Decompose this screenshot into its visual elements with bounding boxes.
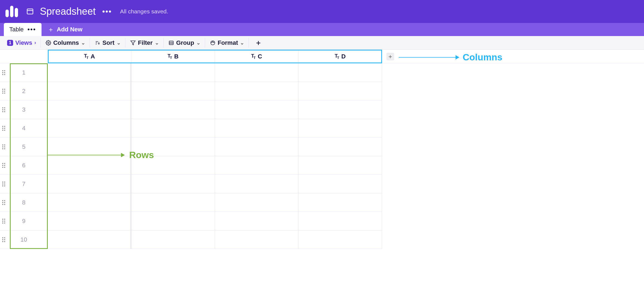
cell[interactable] — [48, 175, 131, 193]
cell[interactable] — [131, 63, 215, 82]
row-header[interactable]: 5 — [0, 138, 48, 156]
palette-icon — [210, 40, 215, 46]
cell[interactable] — [131, 193, 215, 212]
drag-handle-icon[interactable] — [2, 89, 5, 94]
row-header[interactable]: 10 — [0, 230, 48, 249]
chevron-down-icon: ⌄ — [196, 40, 200, 46]
drag-handle-icon[interactable] — [2, 144, 5, 149]
cell[interactable] — [48, 138, 131, 156]
cell[interactable] — [215, 156, 299, 175]
format-button[interactable]: Format ⌄ — [206, 38, 249, 48]
column-header[interactable]: TT B — [131, 50, 215, 63]
cell[interactable] — [48, 63, 131, 82]
chevron-down-icon: ⌄ — [81, 40, 85, 46]
chevron-down-icon: ⌄ — [117, 40, 121, 46]
empty-space — [398, 138, 644, 156]
row-header[interactable]: 6 — [0, 156, 48, 175]
column-header[interactable]: TT C — [215, 50, 299, 63]
toolbar-add-button[interactable]: ＋ — [249, 38, 267, 48]
views-button[interactable]: 1 Views › — [3, 38, 41, 48]
cell[interactable] — [215, 119, 299, 138]
row-header[interactable]: 9 — [0, 212, 48, 230]
add-new-button[interactable]: ＋ Add New — [42, 23, 88, 36]
add-column-cell: ＋ — [382, 50, 398, 63]
sort-button[interactable]: Sort ⌄ — [90, 38, 125, 48]
drag-handle-icon[interactable] — [2, 237, 5, 242]
app-logo — [5, 6, 18, 17]
row-header[interactable]: 2 — [0, 82, 48, 100]
row-number: 3 — [0, 106, 48, 113]
row-header[interactable]: 7 — [0, 175, 48, 193]
cell[interactable] — [48, 193, 131, 212]
cell[interactable] — [131, 100, 215, 119]
cell[interactable] — [299, 63, 382, 82]
row-header[interactable]: 3 — [0, 100, 48, 119]
cell[interactable] — [215, 230, 299, 249]
column-header[interactable]: TT D — [299, 50, 382, 63]
columns-button[interactable]: Columns ⌄ — [41, 38, 90, 48]
sort-icon — [95, 40, 100, 46]
add-column-button[interactable]: ＋ — [386, 53, 394, 60]
cell[interactable] — [215, 100, 299, 119]
drag-handle-icon[interactable] — [2, 126, 5, 131]
cell[interactable] — [299, 119, 382, 138]
cell[interactable] — [48, 212, 131, 230]
empty-space — [398, 156, 644, 175]
cell[interactable] — [215, 63, 299, 82]
cell[interactable] — [299, 230, 382, 249]
cell[interactable] — [48, 100, 131, 119]
page-title[interactable]: Spreadsheet — [40, 6, 96, 17]
column-label: A — [91, 53, 95, 60]
cell[interactable] — [215, 138, 299, 156]
tab-table[interactable]: Table ••• — [4, 23, 42, 36]
cell[interactable] — [215, 193, 299, 212]
cell[interactable] — [131, 82, 215, 100]
column-header[interactable]: TT A — [48, 50, 131, 63]
cell[interactable] — [299, 212, 382, 230]
cell[interactable] — [48, 230, 131, 249]
columns-label: Columns — [53, 39, 79, 46]
drag-handle-icon[interactable] — [2, 107, 5, 112]
drag-handle-icon[interactable] — [2, 200, 5, 205]
filter-icon — [130, 40, 136, 46]
drag-handle-icon[interactable] — [2, 219, 5, 224]
empty-space — [382, 119, 398, 138]
empty-space — [382, 193, 398, 212]
cell[interactable] — [131, 138, 215, 156]
cell[interactable] — [299, 175, 382, 193]
cell[interactable] — [299, 156, 382, 175]
cell[interactable] — [131, 119, 215, 138]
cell[interactable] — [131, 230, 215, 249]
svg-point-2 — [48, 42, 49, 43]
cell[interactable] — [299, 193, 382, 212]
cell[interactable] — [48, 82, 131, 100]
header-more-icon[interactable]: ••• — [102, 8, 112, 15]
cell[interactable] — [48, 119, 131, 138]
cell[interactable] — [215, 175, 299, 193]
cell[interactable] — [131, 212, 215, 230]
row-header[interactable]: 1 — [0, 63, 48, 82]
cell[interactable] — [215, 82, 299, 100]
filter-button[interactable]: Filter ⌄ — [126, 38, 164, 48]
tab-more-icon[interactable]: ••• — [28, 26, 36, 33]
row-header[interactable]: 4 — [0, 119, 48, 138]
empty-space — [382, 138, 398, 156]
drag-handle-icon[interactable] — [2, 163, 5, 168]
chevron-down-icon: ⌄ — [155, 40, 159, 46]
cell[interactable] — [131, 175, 215, 193]
cell[interactable] — [215, 212, 299, 230]
group-button[interactable]: Group ⌄ — [164, 38, 205, 48]
toolbar: 1 Views › Columns ⌄ Sort ⌄ — [0, 36, 644, 50]
group-icon — [169, 40, 174, 46]
cell[interactable] — [48, 156, 131, 175]
row-header[interactable]: 8 — [0, 193, 48, 212]
drag-handle-icon[interactable] — [2, 70, 5, 75]
drag-handle-icon[interactable] — [2, 182, 5, 186]
empty-space — [398, 230, 644, 249]
cell[interactable] — [299, 138, 382, 156]
cell[interactable] — [131, 156, 215, 175]
svg-point-12 — [212, 41, 213, 42]
cell[interactable] — [299, 82, 382, 100]
cell[interactable] — [299, 100, 382, 119]
row-number: 1 — [0, 69, 48, 76]
